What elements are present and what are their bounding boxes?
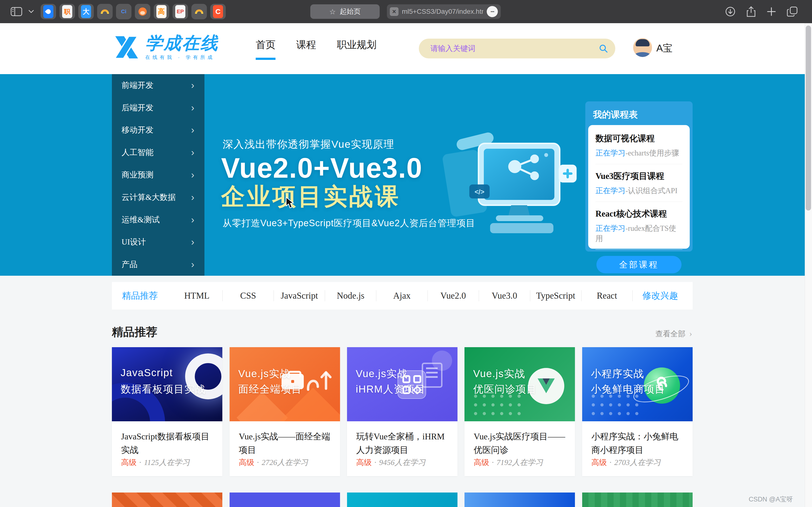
csdn-favicon[interactable]: C — [210, 4, 226, 19]
tab-nodejs[interactable]: Node.js — [325, 290, 376, 301]
arch2-favicon[interactable] — [191, 4, 207, 19]
schedule-item[interactable]: Vue3医疗项目课程 正在学习-认识组合式API — [596, 164, 682, 202]
course-meta: 高级·2703人在学习 — [591, 457, 661, 468]
nav-item-courses[interactable]: 课程 — [296, 38, 316, 60]
watermark: CSDN @A宝呀 — [749, 495, 793, 504]
course-card[interactable]: Vue.js实战 面经全端项目 Vue.js实战——面经全端项目 高级·2726… — [230, 347, 340, 476]
course-cover: 小程序实战 小兔鲜电商项目 — [582, 347, 693, 421]
schedule-status: 正在学习 — [596, 186, 625, 195]
chevron-down-icon[interactable] — [29, 10, 34, 13]
course-cover: Vue.js实战 面经全端项目 — [230, 347, 340, 421]
course-students: 2726人在学习 — [262, 458, 308, 467]
edit-interests-link[interactable]: 修改兴趣 — [633, 290, 693, 302]
course-card-teaser[interactable] — [582, 493, 693, 507]
course-level: 高级 — [474, 458, 489, 467]
course-card[interactable]: 小程序实战 小兔鲜电商项目 小程序实战：小兔鲜电商小程序项目 高级·2703人在… — [582, 347, 693, 476]
search-input[interactable] — [430, 39, 585, 58]
schedule-course-title: 数据可视化课程 — [596, 133, 682, 144]
course-card-teaser[interactable] — [230, 493, 340, 507]
da-favicon[interactable]: 大 — [78, 4, 94, 19]
search-icon[interactable] — [599, 44, 608, 54]
cover-line: 小程序实战 — [591, 367, 644, 381]
tab-active[interactable]: × ml5+CSS3/Day07/index.html ··· — [387, 4, 501, 19]
course-card-teaser[interactable] — [112, 493, 222, 507]
chevron-right-icon: › — [191, 192, 194, 203]
banner-title: Vue2.0+Vue3.0 — [221, 152, 422, 184]
username[interactable]: A宝 — [656, 42, 672, 55]
sidebar-item-label: 后端开发 — [121, 102, 153, 113]
ellipsis-icon[interactable]: ··· — [487, 6, 498, 17]
tab-css[interactable]: CSS — [222, 290, 274, 301]
sidebar-toggle-icon[interactable] — [11, 7, 22, 16]
logo-text: 学成在线 — [145, 34, 219, 52]
course-cover: Vue.js实战 优医问诊项目 — [464, 347, 575, 421]
nav-item-career[interactable]: 职业规划 — [337, 38, 376, 60]
nav-item-home[interactable]: 首页 — [256, 38, 275, 60]
share-icon[interactable] — [746, 6, 756, 17]
avatar[interactable] — [633, 38, 652, 57]
course-card[interactable]: Vue.js实战 优医问诊项目 Vue.js实战医疗项目——优医问诊 高级·71… — [464, 347, 575, 476]
gaokao-favicon[interactable]: 高 — [154, 4, 169, 19]
sidebar-item-business[interactable]: 商业预测› — [112, 164, 204, 186]
tab-typescript[interactable]: TypeScript — [530, 290, 581, 301]
course-card-teaser[interactable] — [347, 493, 457, 507]
course-card-teaser[interactable] — [464, 493, 575, 507]
close-icon[interactable]: × — [390, 7, 399, 16]
drop-favicon[interactable] — [41, 4, 56, 19]
schedule-status: 正在学习 — [596, 149, 625, 157]
tab-vue3[interactable]: Vue3.0 — [479, 290, 530, 301]
sidebar-item-label: UI设计 — [121, 237, 146, 247]
chevron-right-icon: › — [191, 80, 194, 91]
tab-featured[interactable]: 精品推荐 — [112, 290, 171, 302]
sidebar-item-mobile[interactable]: 移动开发› — [112, 119, 204, 142]
download-icon[interactable] — [725, 6, 735, 17]
sidebar-item-uidesign[interactable]: UI设计› — [112, 231, 204, 253]
sidebar-item-label: 移动开发 — [121, 125, 153, 135]
sidebar-item-product[interactable]: 产品› — [112, 253, 204, 276]
sidebar-item-label: 商业预测 — [121, 169, 153, 180]
schedule-item[interactable]: 数据可视化课程 正在学习-echarts使用步骤 — [596, 126, 682, 164]
ci-glyph: Ci — [121, 8, 126, 15]
sidebar-item-cloud[interactable]: 云计算&大数据› — [112, 186, 204, 209]
tab-html[interactable]: HTML — [171, 290, 222, 301]
ci-favicon[interactable]: Ci — [116, 4, 132, 19]
sidebar-item-devops[interactable]: 运维&测试› — [112, 209, 204, 231]
monkey-favicon[interactable] — [135, 4, 150, 19]
scrollbar-thumb[interactable] — [806, 25, 811, 211]
sidebar-item-label: 云计算&大数据 — [121, 192, 176, 203]
dot-separator: · — [139, 458, 142, 467]
tab-start-page[interactable]: ☆ 起始页 — [310, 4, 379, 19]
course-title: 玩转Vue全家桶，iHRM人力资源项目 — [347, 421, 457, 457]
view-all-label: 查看全部 — [655, 330, 686, 338]
ep-favicon[interactable]: EP — [172, 4, 188, 19]
course-level: 高级 — [356, 458, 372, 467]
dot-separator: · — [257, 458, 259, 467]
tab-react[interactable]: React — [581, 290, 633, 301]
course-title: 小程序实战：小兔鲜电商小程序项目 — [582, 421, 693, 457]
schedule-item[interactable]: React核心技术课程 正在学习-rudex配合TS使用 — [596, 202, 682, 249]
schedule-lesson: -echarts使用步骤 — [625, 149, 679, 157]
tab-overview-icon[interactable] — [787, 6, 798, 17]
tab-ajax[interactable]: Ajax — [376, 290, 427, 301]
tab-start-label: 起始页 — [340, 7, 361, 16]
sidebar-item-frontend[interactable]: 前端开发› — [112, 74, 204, 97]
schedule-course-title: Vue3医疗项目课程 — [596, 170, 682, 182]
arch-favicon[interactable] — [97, 4, 113, 19]
tab-javascript[interactable]: JavaScript — [274, 290, 325, 301]
hero-banner: 前端开发› 后端开发› 移动开发› 人工智能› 商业预测› 云计算&大数据› 运… — [0, 74, 812, 276]
browser-toolbar: 职 大 Ci 高 EP C ☆ 起始页 × ml5+CSS3/Day07/ind… — [0, 0, 812, 23]
tab-vue2[interactable]: Vue2.0 — [428, 290, 479, 301]
new-tab-icon[interactable] — [767, 7, 776, 16]
arch-icon — [101, 9, 109, 14]
view-all-link[interactable]: 查看全部› — [655, 328, 692, 339]
site-logo[interactable]: 学成在线 在线有我 · 学有所成 — [112, 33, 219, 62]
category-sidebar: 前端开发› 后端开发› 移动开发› 人工智能› 商业预测› 云计算&大数据› 运… — [112, 74, 204, 276]
sidebar-item-ai[interactable]: 人工智能› — [112, 141, 204, 164]
course-card[interactable]: Vue.js实战 iHRM人资项目 玩转Vue全家桶，iHRM人力资源项目 高级… — [347, 347, 457, 476]
all-courses-button[interactable]: 全部课程 — [597, 256, 681, 273]
course-card[interactable]: JavaScript 数据看板项目实战 JavaScript数据看板项目实战 高… — [112, 347, 222, 476]
course-cover: Vue.js实战 iHRM人资项目 — [347, 347, 457, 421]
zhi-favicon[interactable]: 职 — [59, 4, 75, 19]
sidebar-item-backend[interactable]: 后端开发› — [112, 97, 204, 119]
course-meta: 高级·9456人在学习 — [356, 457, 425, 468]
